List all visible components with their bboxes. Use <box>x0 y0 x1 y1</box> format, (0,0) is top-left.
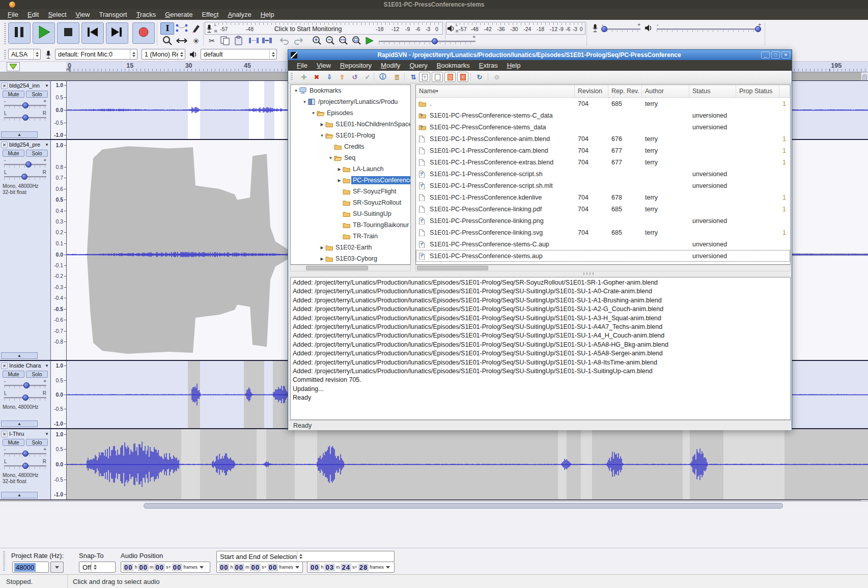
pan-knob[interactable] <box>21 174 27 180</box>
horizontal-scrollbar-thumb[interactable] <box>144 503 783 509</box>
menu-rapidsvn-help[interactable]: Help <box>502 61 525 70</box>
track-title[interactable]: I-Thru <box>8 431 45 437</box>
show-unmodified-toggle[interactable] <box>432 72 443 82</box>
stop-button[interactable] <box>57 22 79 44</box>
file-row[interactable]: ?S1E01-PC-PressConference-stems-C.aupunv… <box>416 238 790 250</box>
track-collapse-button[interactable]: ▲ <box>1 421 38 427</box>
expanded-arrow-icon[interactable]: ▼ <box>327 156 334 160</box>
toolbar-grip[interactable] <box>4 23 6 45</box>
file-row[interactable]: S1E01-PC-1-PressConference-extras.blend7… <box>416 156 790 168</box>
column-header-prop-status[interactable]: Prop Status <box>736 85 779 97</box>
dropdown-arrow-icon[interactable] <box>386 566 390 569</box>
track-menu-arrow-icon[interactable]: ▼ <box>45 432 49 436</box>
menu-audacity-help[interactable]: Help <box>256 10 279 19</box>
quickplay-button[interactable] <box>7 62 20 71</box>
track-title[interactable]: Inside Chara <box>8 362 45 369</box>
track-close-button[interactable]: ✕ <box>1 362 8 369</box>
mute-button[interactable]: Mute <box>3 371 24 378</box>
maximize-button[interactable]: □ <box>771 51 780 59</box>
close-button[interactable]: ✕ <box>781 51 790 59</box>
playback-speed-slider[interactable]: + <box>379 35 475 46</box>
update-icon[interactable]: ⇩ <box>324 72 335 82</box>
tree-item-credits[interactable]: Credits <box>291 141 410 152</box>
input-volume-slider[interactable]: -+ <box>602 23 640 34</box>
track-close-button[interactable]: ✕ <box>1 82 8 89</box>
menu-audacity-view[interactable]: View <box>71 10 95 19</box>
expanded-arrow-icon[interactable]: ▼ <box>319 133 325 138</box>
slider-knob[interactable] <box>601 26 607 32</box>
tree-item-s1e03-cyborg[interactable]: ▶S1E03-Cyborg <box>291 253 410 264</box>
commit-icon[interactable]: ⇧ <box>337 72 348 82</box>
sort-icon[interactable]: ⇅ <box>408 72 419 82</box>
track-close-button[interactable]: ✕ <box>1 431 8 437</box>
timeshift-tool[interactable] <box>175 35 188 47</box>
project-rate-value[interactable]: 48000 <box>14 563 36 572</box>
output-device-combo-spinner[interactable] <box>269 49 276 59</box>
pan-slider[interactable]: LR <box>4 111 46 122</box>
column-header-rep-rev-[interactable]: Rep. Rev. <box>608 85 642 97</box>
tree-item-sf-soyuzflight[interactable]: SF-SoyuzFlight <box>291 186 410 197</box>
menu-rapidsvn-extras[interactable]: Extras <box>474 61 502 70</box>
menu-audacity-generate[interactable]: Generate <box>160 10 197 19</box>
file-row[interactable]: ?S1E01-PC-1-PressConference-script.shunv… <box>416 168 790 180</box>
project-rate-dropdown[interactable] <box>50 562 64 573</box>
gain-slider[interactable]: -+ <box>4 158 46 169</box>
collapsed-arrow-icon[interactable]: ▶ <box>319 257 325 261</box>
column-header-name[interactable]: Name ▾ <box>416 85 575 97</box>
tree-item-bookmarks[interactable]: ▼Bookmarks <box>291 85 410 96</box>
revert-icon[interactable]: ↺ <box>349 72 360 82</box>
column-header-status[interactable]: Status <box>689 85 736 97</box>
solo-button[interactable]: Solo <box>26 91 48 98</box>
selection-start-m-digits[interactable]: 00 <box>234 564 244 571</box>
skip-to-start-button[interactable] <box>81 22 104 44</box>
selection-end-s-digits[interactable]: 24 <box>341 564 351 571</box>
record-button[interactable] <box>132 22 155 44</box>
selection-end-m-digits[interactable]: 03 <box>324 564 334 571</box>
pan-knob[interactable] <box>22 463 29 469</box>
collapsed-arrow-icon[interactable]: ▶ <box>319 122 325 127</box>
file-row[interactable]: S1E01-PC-PressConference-linking.pdf7046… <box>416 203 790 215</box>
tree-item-tr-train[interactable]: TR-Train <box>291 231 410 242</box>
output-volume-slider[interactable]: -+ <box>657 23 761 34</box>
toolbar-grip[interactable] <box>4 50 6 59</box>
host-combo-spinner[interactable] <box>33 49 40 59</box>
pan-slider[interactable]: LR <box>4 460 46 470</box>
tree-item-su-suitingup[interactable]: SU-SuitingUp <box>291 208 410 219</box>
dropdown-arrow-icon[interactable] <box>295 566 299 569</box>
transcription-play-button[interactable] <box>362 36 376 47</box>
minimize-button[interactable]: _ <box>761 51 770 59</box>
skip-to-end-button[interactable] <box>106 22 128 44</box>
gain-knob[interactable] <box>23 382 30 388</box>
selection-end-h-digits[interactable]: 00 <box>310 564 320 571</box>
solo-button[interactable]: Solo <box>26 150 48 157</box>
file-row[interactable]: ?S1E01-PC-PressConference-linking.pngunv… <box>416 215 790 227</box>
audio-position-m-digits[interactable]: 00 <box>138 564 148 571</box>
menu-rapidsvn-query[interactable]: Query <box>405 61 432 70</box>
mute-button[interactable]: Mute <box>3 91 24 98</box>
collapsed-arrow-icon[interactable]: ▶ <box>319 245 325 250</box>
show-modified-toggle[interactable] <box>444 72 456 82</box>
menu-rapidsvn-modify[interactable]: Modify <box>376 61 405 70</box>
file-row[interactable]: S1E01-PC-1-PressConference-cam.blend7046… <box>416 145 790 156</box>
menu-audacity-edit[interactable]: Edit <box>23 10 43 19</box>
tree-item-pc-pressconference[interactable]: ▶PC-PressConference <box>291 175 410 186</box>
selection-start-h-digits[interactable]: 00 <box>219 564 229 571</box>
gain-knob[interactable] <box>22 102 29 108</box>
track-collapse-button[interactable]: ▲ <box>1 492 38 498</box>
selection-end-f-digits[interactable]: 28 <box>358 564 369 571</box>
log-icon[interactable]: ≣ <box>391 72 403 82</box>
selection-end-field[interactable]: 00h03m24s+28frames <box>307 562 395 573</box>
collapsed-arrow-icon[interactable]: ▶ <box>336 178 343 183</box>
tree-item-la-launch[interactable]: ▶LA-Launch <box>291 163 410 175</box>
paste-button[interactable] <box>232 36 245 47</box>
record-meter[interactable]: LR-57-48Click to Start Monitoring-18-12-… <box>205 22 443 35</box>
pan-knob[interactable] <box>22 115 29 121</box>
tree-item-tb-touringbaikonur[interactable]: TB-TouringBaikonur <box>291 219 410 231</box>
zoom-out-button[interactable] <box>324 36 337 47</box>
solo-button[interactable]: Solo <box>26 371 48 378</box>
tree-item-s1e01-prolog[interactable]: ▼S1E01-Prolog <box>291 130 410 141</box>
input-device-combo-spinner[interactable] <box>130 49 137 59</box>
selection-mode-spinner[interactable] <box>297 551 304 562</box>
file-row[interactable]: ?S1E01-PC-PressConference-stems.aupunver… <box>416 250 790 262</box>
selection-start-s-digits[interactable]: 00 <box>250 564 260 571</box>
